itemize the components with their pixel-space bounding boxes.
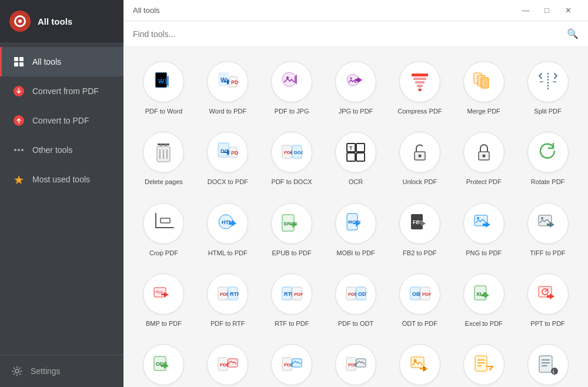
tool-item-unlock-pdf[interactable]: Unlock PDF: [391, 127, 448, 191]
tool-item-mobi-to-pdf[interactable]: MOBI MOBI to PDF: [328, 198, 385, 262]
tool-item-pdf-to-word[interactable]: W PDF to Word: [135, 56, 192, 120]
tool-item-edit-metadata[interactable]: i Edit metadata: [519, 339, 576, 387]
tool-item-ppt-to-pdf[interactable]: PPT to PDF: [519, 269, 576, 332]
sidebar-item-most-used-tools[interactable]: Most used tools: [0, 165, 123, 194]
tool-icon-pdf-to-docx: PDFDOCX: [271, 132, 312, 173]
svg-text:PDF: PDF: [294, 292, 303, 297]
tool-item-odt-to-pdf[interactable]: ODTPDF ODT to PDF: [391, 269, 448, 332]
tool-item-pdf-to-jpg[interactable]: PDF to JPG: [263, 56, 320, 120]
tool-label-html-to-pdf: HTML to PDF: [208, 249, 248, 257]
tool-item-delete-pages[interactable]: Delete pages: [135, 127, 192, 191]
tool-label-pdf-to-rtf: PDF to RTF: [211, 319, 245, 328]
tool-item-word-to-pdf[interactable]: WPDF Word to PDF: [199, 56, 256, 120]
tool-item-rtf-to-pdf[interactable]: RTFPDF RTF to PDF: [263, 269, 320, 332]
settings-button[interactable]: Settings: [0, 355, 123, 387]
tool-item-pdf-to-rtf[interactable]: PDFRTF PDF to RTF: [199, 269, 256, 332]
sidebar: All tools All tools Conver: [0, 0, 123, 387]
tool-label-pdf-to-jpg: PDF to JPG: [275, 107, 309, 115]
tool-item-protect-pdf[interactable]: Protect PDF: [455, 127, 512, 191]
tool-item-jpg-to-pdf[interactable]: JPG to PDF: [328, 56, 385, 120]
sidebar-item-convert-from-pdf[interactable]: Convert from PDF: [0, 76, 123, 106]
settings-icon: [11, 365, 24, 378]
svg-point-9: [15, 369, 19, 373]
svg-rect-23: [415, 81, 425, 84]
main-content: All tools — □ ✕ 🔍 W PDF to Word WPDF Wor…: [123, 0, 588, 387]
search-icon: 🔍: [567, 28, 579, 39]
tool-label-pdf-to-docx: PDF to DOCX: [272, 178, 312, 186]
tool-icon-extract-text: [463, 344, 505, 385]
tool-item-bmp-to-pdf[interactable]: BMP to PDF: [135, 269, 192, 332]
tool-item-compress-pdf[interactable]: Compress PDF: [391, 56, 448, 120]
titlebar: All tools — □ ✕: [123, 0, 588, 21]
tool-icon-docx-to-pdf: DOCXPDF: [207, 132, 248, 173]
tool-icon-split-pdf: [527, 61, 569, 102]
tool-item-pdf-to-tiff[interactable]: PDF PDF to TIFF: [328, 339, 385, 387]
tool-label-delete-pages: Delete pages: [145, 178, 183, 186]
tool-label-pdf-to-word: PDF to Word: [145, 107, 182, 115]
svg-rect-45: [356, 144, 365, 152]
tool-item-png-to-pdf[interactable]: PNG to PDF: [455, 198, 512, 262]
sidebar-item-all-tools[interactable]: All tools: [0, 47, 123, 76]
tool-item-crop-pdf[interactable]: Crop PDF: [135, 198, 192, 262]
svg-point-7: [18, 149, 20, 151]
logo-icon: [9, 11, 31, 32]
tool-item-tiff-to-pdf[interactable]: TIFF to PDF: [519, 198, 576, 262]
svg-rect-47: [356, 153, 365, 161]
svg-rect-31: [165, 144, 167, 146]
tool-item-extract-text[interactable]: Extract text: [455, 339, 512, 387]
app-logo-area: All tools: [0, 0, 123, 42]
tool-label-rotate-pdf: Rotate PDF: [531, 178, 564, 186]
tool-item-pdf-to-png[interactable]: PDF PDF to PNG: [263, 339, 320, 387]
tool-item-html-to-pdf[interactable]: HTML HTML to PDF: [199, 198, 256, 262]
tool-item-pdf-to-odt[interactable]: PDFODT PDF to ODT: [328, 269, 385, 332]
tool-label-word-to-pdf: Word to PDF: [209, 107, 246, 115]
tool-label-split-pdf: Split PDF: [534, 107, 561, 115]
window-title: All tools: [133, 6, 160, 15]
svg-text:W: W: [158, 78, 165, 85]
sidebar-item-convert-to-pdf[interactable]: Convert to PDF: [0, 106, 123, 135]
svg-rect-3: [19, 62, 24, 66]
svg-point-8: [21, 149, 24, 151]
maximize-button[interactable]: □: [536, 0, 557, 21]
svg-text:PDF: PDF: [231, 150, 239, 156]
svg-rect-2: [14, 62, 18, 66]
tool-item-excel-to-pdf[interactable]: XLS Excel to PDF: [455, 269, 512, 332]
tool-item-fb2-to-pdf[interactable]: FB2 FB2 to PDF: [391, 198, 448, 262]
svg-point-20: [350, 78, 352, 79]
sidebar-label-other-tools: Other tools: [32, 145, 72, 155]
tool-item-split-pdf[interactable]: Split PDF: [519, 56, 576, 120]
tool-item-ocr[interactable]: T OCR: [328, 127, 385, 191]
tool-icon-html-to-pdf: HTML: [207, 203, 248, 244]
tool-item-rotate-pdf[interactable]: Rotate PDF: [519, 127, 576, 191]
tool-item-pdf-to-bmp[interactable]: PDF PDF to BMP: [199, 339, 256, 387]
svg-rect-24: [417, 85, 423, 87]
tool-label-mobi-to-pdf: MOBI to PDF: [336, 249, 375, 257]
search-input[interactable]: [133, 29, 567, 39]
tool-icon-ods-to-pdf: ODS: [143, 344, 184, 385]
tool-item-docx-to-pdf[interactable]: DOCXPDF DOCX to PDF: [199, 127, 256, 191]
tool-icon-edit-metadata: i: [527, 344, 569, 385]
tool-item-ods-to-pdf[interactable]: ODS ODS to PDF: [135, 339, 192, 387]
tool-label-epub-to-pdf: EPUB to PDF: [272, 249, 312, 257]
tool-icon-jpg-to-pdf: [335, 61, 376, 102]
tool-icon-pdf-to-rtf: PDFRTF: [207, 273, 248, 315]
tool-item-merge-pdf[interactable]: Merge PDF: [455, 56, 512, 120]
tool-label-tiff-to-pdf: TIFF to PDF: [530, 249, 566, 257]
tool-icon-pdf-to-odt: PDFODT: [335, 273, 376, 315]
grid-icon: [12, 55, 25, 68]
tool-label-fb2-to-pdf: FB2 to PDF: [403, 249, 436, 257]
tool-icon-rotate-pdf: [527, 132, 569, 173]
svg-text:PDF: PDF: [231, 79, 239, 85]
star-icon: [12, 173, 25, 186]
svg-rect-21: [412, 74, 428, 76]
tool-item-extract-images[interactable]: Extract images: [391, 339, 448, 387]
download-icon: [12, 85, 25, 98]
upload-icon: [12, 114, 25, 127]
minimize-button[interactable]: —: [515, 0, 536, 21]
tool-item-pdf-to-docx[interactable]: PDFDOCX PDF to DOCX: [263, 127, 320, 191]
sidebar-item-other-tools[interactable]: Other tools: [0, 135, 123, 165]
svg-point-17: [282, 72, 296, 86]
tool-label-pdf-to-odt: PDF to ODT: [338, 319, 374, 328]
close-button[interactable]: ✕: [557, 0, 579, 21]
tool-item-epub-to-pdf[interactable]: EPUB EPUB to PDF: [263, 198, 320, 262]
